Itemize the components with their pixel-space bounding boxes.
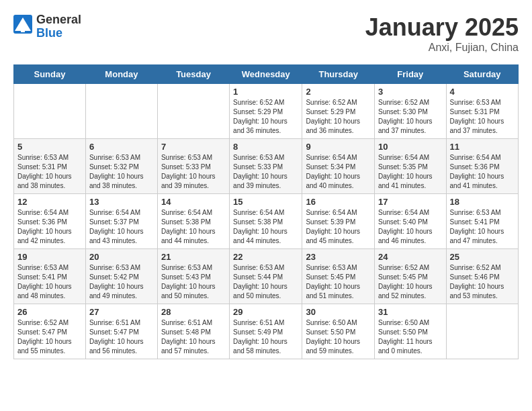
calendar-cell: 17Sunrise: 6:54 AM Sunset: 5:40 PM Dayli… xyxy=(375,194,447,249)
day-header-monday: Monday xyxy=(85,65,157,84)
day-number: 30 xyxy=(306,307,371,317)
day-info: Sunrise: 6:53 AM Sunset: 5:45 PM Dayligh… xyxy=(306,263,371,301)
calendar-cell: 11Sunrise: 6:54 AM Sunset: 5:36 PM Dayli… xyxy=(446,139,518,194)
calendar-subtitle: Anxi, Fujian, China xyxy=(365,42,519,54)
calendar-cell: 23Sunrise: 6:53 AM Sunset: 5:45 PM Dayli… xyxy=(302,249,375,304)
calendar-cell: 13Sunrise: 6:54 AM Sunset: 5:37 PM Dayli… xyxy=(85,194,157,249)
calendar-cell: 31Sunrise: 6:50 AM Sunset: 5:50 PM Dayli… xyxy=(375,304,447,359)
day-info: Sunrise: 6:53 AM Sunset: 5:31 PM Dayligh… xyxy=(17,153,82,191)
day-number: 6 xyxy=(89,142,154,152)
day-info: Sunrise: 6:54 AM Sunset: 5:39 PM Dayligh… xyxy=(306,208,371,246)
day-number: 14 xyxy=(161,197,226,207)
day-number: 31 xyxy=(378,307,443,317)
calendar-cell: 26Sunrise: 6:52 AM Sunset: 5:47 PM Dayli… xyxy=(14,304,86,359)
calendar-cell: 10Sunrise: 6:54 AM Sunset: 5:35 PM Dayli… xyxy=(375,139,447,194)
calendar-cell: 7Sunrise: 6:53 AM Sunset: 5:33 PM Daylig… xyxy=(157,139,229,194)
day-number: 2 xyxy=(306,87,371,97)
day-number: 27 xyxy=(89,307,154,317)
day-number: 21 xyxy=(161,252,226,262)
calendar-cell: 3Sunrise: 6:52 AM Sunset: 5:30 PM Daylig… xyxy=(375,84,447,139)
calendar-cell: 1Sunrise: 6:52 AM Sunset: 5:29 PM Daylig… xyxy=(230,84,302,139)
logo-general: General xyxy=(36,13,81,27)
day-info: Sunrise: 6:51 AM Sunset: 5:47 PM Dayligh… xyxy=(89,318,154,356)
calendar-cell: 15Sunrise: 6:54 AM Sunset: 5:38 PM Dayli… xyxy=(230,194,302,249)
calendar-title: January 2025 xyxy=(365,13,519,42)
day-number: 9 xyxy=(306,142,371,152)
day-info: Sunrise: 6:52 AM Sunset: 5:45 PM Dayligh… xyxy=(378,263,443,301)
logo-text: General Blue xyxy=(36,13,81,40)
day-info: Sunrise: 6:50 AM Sunset: 5:50 PM Dayligh… xyxy=(378,318,443,356)
day-info: Sunrise: 6:53 AM Sunset: 5:31 PM Dayligh… xyxy=(450,98,515,136)
day-number: 5 xyxy=(17,142,82,152)
day-number: 19 xyxy=(17,252,82,262)
day-info: Sunrise: 6:53 AM Sunset: 5:41 PM Dayligh… xyxy=(450,208,515,246)
day-info: Sunrise: 6:51 AM Sunset: 5:48 PM Dayligh… xyxy=(161,318,226,356)
day-number: 1 xyxy=(233,87,298,97)
calendar-cell: 2Sunrise: 6:52 AM Sunset: 5:29 PM Daylig… xyxy=(302,84,375,139)
day-header-saturday: Saturday xyxy=(446,65,518,84)
day-info: Sunrise: 6:53 AM Sunset: 5:32 PM Dayligh… xyxy=(89,153,154,191)
calendar-cell: 18Sunrise: 6:53 AM Sunset: 5:41 PM Dayli… xyxy=(446,194,518,249)
day-number: 29 xyxy=(233,307,298,317)
day-number: 4 xyxy=(450,87,515,97)
day-header-friday: Friday xyxy=(375,65,447,84)
day-number: 13 xyxy=(89,197,154,207)
day-header-sunday: Sunday xyxy=(14,65,86,84)
calendar-cell xyxy=(157,84,229,139)
day-info: Sunrise: 6:54 AM Sunset: 5:35 PM Dayligh… xyxy=(378,153,443,191)
calendar-week-1: 1Sunrise: 6:52 AM Sunset: 5:29 PM Daylig… xyxy=(14,84,519,139)
calendar-cell: 25Sunrise: 6:52 AM Sunset: 5:46 PM Dayli… xyxy=(446,249,518,304)
day-info: Sunrise: 6:53 AM Sunset: 5:44 PM Dayligh… xyxy=(233,263,298,301)
logo-blue: Blue xyxy=(36,27,81,40)
day-number: 7 xyxy=(161,142,226,152)
calendar-cell: 14Sunrise: 6:54 AM Sunset: 5:38 PM Dayli… xyxy=(157,194,229,249)
day-info: Sunrise: 6:53 AM Sunset: 5:43 PM Dayligh… xyxy=(161,263,226,301)
calendar-cell xyxy=(14,84,86,139)
calendar-cell: 24Sunrise: 6:52 AM Sunset: 5:45 PM Dayli… xyxy=(375,249,447,304)
day-info: Sunrise: 6:52 AM Sunset: 5:29 PM Dayligh… xyxy=(306,98,371,136)
day-info: Sunrise: 6:54 AM Sunset: 5:38 PM Dayligh… xyxy=(233,208,298,246)
day-info: Sunrise: 6:53 AM Sunset: 5:41 PM Dayligh… xyxy=(17,263,82,301)
day-number: 26 xyxy=(17,307,82,317)
calendar-week-4: 19Sunrise: 6:53 AM Sunset: 5:41 PM Dayli… xyxy=(14,249,519,304)
calendar-cell: 12Sunrise: 6:54 AM Sunset: 5:36 PM Dayli… xyxy=(14,194,86,249)
title-section: January 2025 Anxi, Fujian, China xyxy=(365,13,519,54)
day-info: Sunrise: 6:54 AM Sunset: 5:40 PM Dayligh… xyxy=(378,208,443,246)
day-number: 10 xyxy=(378,142,443,152)
calendar-cell: 16Sunrise: 6:54 AM Sunset: 5:39 PM Dayli… xyxy=(302,194,375,249)
logo-icon xyxy=(13,15,34,39)
calendar-cell: 27Sunrise: 6:51 AM Sunset: 5:47 PM Dayli… xyxy=(85,304,157,359)
calendar-cell: 29Sunrise: 6:51 AM Sunset: 5:49 PM Dayli… xyxy=(230,304,302,359)
day-number: 25 xyxy=(450,252,515,262)
day-header-wednesday: Wednesday xyxy=(230,65,302,84)
day-number: 12 xyxy=(17,197,82,207)
calendar-header-row: SundayMondayTuesdayWednesdayThursdayFrid… xyxy=(14,65,519,84)
day-number: 3 xyxy=(378,87,443,97)
calendar-cell: 6Sunrise: 6:53 AM Sunset: 5:32 PM Daylig… xyxy=(85,139,157,194)
day-number: 17 xyxy=(378,197,443,207)
day-info: Sunrise: 6:52 AM Sunset: 5:29 PM Dayligh… xyxy=(233,98,298,136)
day-number: 15 xyxy=(233,197,298,207)
day-number: 22 xyxy=(233,252,298,262)
day-number: 20 xyxy=(89,252,154,262)
day-number: 28 xyxy=(161,307,226,317)
day-info: Sunrise: 6:53 AM Sunset: 5:42 PM Dayligh… xyxy=(89,263,154,301)
logo: General Blue xyxy=(13,13,81,40)
day-header-tuesday: Tuesday xyxy=(157,65,229,84)
calendar-cell: 22Sunrise: 6:53 AM Sunset: 5:44 PM Dayli… xyxy=(230,249,302,304)
day-number: 18 xyxy=(450,197,515,207)
day-number: 11 xyxy=(450,142,515,152)
calendar-cell: 9Sunrise: 6:54 AM Sunset: 5:34 PM Daylig… xyxy=(302,139,375,194)
day-info: Sunrise: 6:54 AM Sunset: 5:38 PM Dayligh… xyxy=(161,208,226,246)
calendar-cell: 28Sunrise: 6:51 AM Sunset: 5:48 PM Dayli… xyxy=(157,304,229,359)
svg-rect-2 xyxy=(21,27,25,32)
day-number: 8 xyxy=(233,142,298,152)
calendar-week-5: 26Sunrise: 6:52 AM Sunset: 5:47 PM Dayli… xyxy=(14,304,519,359)
day-header-thursday: Thursday xyxy=(302,65,375,84)
calendar-week-2: 5Sunrise: 6:53 AM Sunset: 5:31 PM Daylig… xyxy=(14,139,519,194)
day-info: Sunrise: 6:50 AM Sunset: 5:50 PM Dayligh… xyxy=(306,318,371,356)
day-info: Sunrise: 6:54 AM Sunset: 5:36 PM Dayligh… xyxy=(17,208,82,246)
calendar-table: SundayMondayTuesdayWednesdayThursdayFrid… xyxy=(13,64,519,359)
day-info: Sunrise: 6:54 AM Sunset: 5:34 PM Dayligh… xyxy=(306,153,371,191)
day-info: Sunrise: 6:51 AM Sunset: 5:49 PM Dayligh… xyxy=(233,318,298,356)
